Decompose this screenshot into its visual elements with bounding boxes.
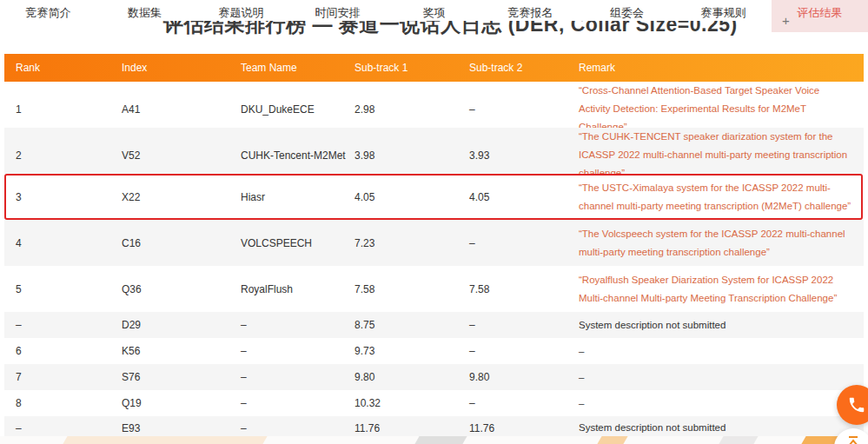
nav-tab-label: 赛题说明 bbox=[193, 5, 289, 21]
table-row: 2V52CUHK-Tencent-M2Met3.983.93“The CUHK-… bbox=[4, 128, 864, 174]
table-row: 4C16VOLCSPEECH7.23–“The Volcspeech syste… bbox=[4, 220, 864, 266]
cell-team: – bbox=[241, 371, 354, 383]
cell-team: CUHK-Tencent-M2Met bbox=[241, 149, 354, 162]
cell-remark: System description not submitted bbox=[579, 419, 864, 437]
cell-team: – bbox=[241, 319, 354, 331]
cell-sub1: 11.76 bbox=[354, 422, 469, 434]
cell-rank: 1 bbox=[16, 103, 122, 116]
nav-tab-label: 赛事规则 bbox=[675, 5, 772, 21]
table-row: –D29–8.75–System description not submitt… bbox=[4, 312, 864, 338]
cell-sub1: 3.98 bbox=[354, 149, 469, 162]
nav-tab-8[interactable]: 赛事规则 bbox=[675, 0, 772, 32]
column-header: Sub-track 1 bbox=[354, 62, 469, 74]
cell-sub1: 4.05 bbox=[354, 191, 469, 203]
column-header: Index bbox=[122, 62, 241, 74]
cell-team: – bbox=[241, 422, 354, 434]
nav-tab-label: 数据集 bbox=[96, 5, 193, 21]
table-header-row: RankIndexTeam NameSub-track 1Sub-track 2… bbox=[4, 54, 864, 82]
cell-sub1: 7.23 bbox=[354, 237, 469, 249]
table-row: 5Q36RoyalFlush7.587.58“Royalflush Speake… bbox=[4, 266, 864, 312]
remark-paper-link[interactable]: “Royalflush Speaker Diarization System f… bbox=[579, 271, 864, 308]
cell-remark: System description not submitted bbox=[579, 316, 864, 335]
cell-rank: 4 bbox=[16, 237, 122, 249]
cell-sub1: 9.80 bbox=[354, 371, 469, 383]
cell-rank: 5 bbox=[16, 283, 122, 295]
cell-team: VOLCSPEECH bbox=[241, 237, 354, 249]
phone-icon bbox=[847, 395, 866, 414]
cell-rank: 2 bbox=[16, 149, 122, 162]
cell-team: Hiasr bbox=[241, 191, 354, 203]
cell-sub2: 11.76 bbox=[469, 422, 579, 434]
cell-index: Q19 bbox=[122, 397, 241, 409]
nav-tab-2[interactable]: 数据集 bbox=[96, 0, 193, 32]
column-header: Remark bbox=[579, 62, 864, 74]
cell-remark: – bbox=[579, 394, 864, 413]
cell-remark: – bbox=[579, 368, 864, 387]
cell-index: E93 bbox=[122, 422, 241, 434]
cell-sub1: 10.32 bbox=[354, 397, 469, 409]
cell-sub1: 2.98 bbox=[354, 103, 469, 116]
table-row: 8Q19–10.32–– bbox=[4, 390, 864, 416]
cell-sub2: 7.58 bbox=[469, 283, 579, 295]
cell-sub2: – bbox=[469, 397, 579, 409]
cell-index: C16 bbox=[122, 237, 241, 249]
cell-rank: 6 bbox=[16, 345, 122, 357]
nav-tab-6[interactable]: 竞赛报名 bbox=[482, 0, 579, 32]
nav-tab-label: 组委会 bbox=[579, 5, 675, 21]
cell-sub2: – bbox=[469, 319, 579, 331]
column-header: Team Name bbox=[241, 62, 354, 74]
remark-paper-link[interactable]: “The Volcspeech system for the ICASSP 20… bbox=[579, 225, 864, 262]
banner-shape bbox=[719, 436, 758, 444]
cell-index: A41 bbox=[122, 103, 241, 116]
cell-rank: 8 bbox=[16, 397, 122, 409]
cell-rank: – bbox=[16, 422, 122, 434]
nav-tab-9[interactable]: 评估结果+ bbox=[772, 0, 868, 32]
cell-sub2: – bbox=[469, 237, 579, 249]
footer-banner-sliver bbox=[0, 436, 868, 444]
page: 评估结果排行榜 — 赛道一说话人日志 (DER, Collar Size=0.2… bbox=[0, 0, 868, 444]
cell-sub1: 7.58 bbox=[354, 283, 469, 295]
cell-sub1: 9.73 bbox=[354, 345, 469, 357]
banner-shape bbox=[414, 436, 467, 444]
table-row: 1A41DKU_DukeECE2.98–“Cross-Channel Atten… bbox=[4, 82, 864, 128]
cell-sub2: 4.05 bbox=[469, 191, 579, 203]
cell-index: K56 bbox=[122, 345, 241, 357]
column-header: Rank bbox=[16, 62, 122, 74]
cell-rank: 3 bbox=[16, 191, 122, 203]
nav-tab-4[interactable]: 时间安排 bbox=[289, 0, 386, 32]
nav-tab-label: 奖项 bbox=[386, 5, 482, 21]
cell-sub2: – bbox=[469, 103, 579, 116]
cell-index: X22 bbox=[122, 191, 241, 203]
cell-index: S76 bbox=[122, 371, 241, 383]
table-row: 6K56–9.73–– bbox=[4, 338, 864, 364]
cell-rank: 7 bbox=[16, 371, 122, 383]
nav-tab-label: 竞赛报名 bbox=[482, 5, 579, 21]
banner-shape bbox=[63, 436, 267, 444]
remark-paper-link[interactable]: “The USTC-Ximalaya system for the ICASSP… bbox=[579, 179, 864, 215]
nav-tab-label: 竞赛简介 bbox=[0, 5, 96, 21]
table-body: 1A41DKU_DukeECE2.98–“Cross-Channel Atten… bbox=[4, 82, 864, 440]
nav-tab-label: 时间安排 bbox=[289, 5, 386, 21]
table-row: 3X22Hiasr4.054.05“The USTC-Ximalaya syst… bbox=[4, 174, 864, 220]
nav-tab-5[interactable]: 奖项 bbox=[386, 0, 482, 32]
nav-tab-7[interactable]: 组委会 bbox=[579, 0, 675, 32]
cell-sub2: 9.80 bbox=[469, 371, 579, 383]
cell-index: V52 bbox=[122, 149, 241, 162]
cell-sub1: 8.75 bbox=[354, 319, 469, 331]
banner-shape bbox=[597, 436, 627, 444]
table-row: 7S76–9.809.80– bbox=[4, 364, 864, 390]
nav-tab-3[interactable]: 赛题说明 bbox=[193, 0, 289, 32]
cell-sub2: – bbox=[469, 345, 579, 357]
add-icon[interactable]: + bbox=[782, 14, 790, 27]
top-navigation: 竞赛简介数据集赛题说明时间安排奖项竞赛报名组委会赛事规则评估结果+ bbox=[0, 0, 868, 32]
cell-index: Q36 bbox=[122, 283, 241, 295]
cell-team: – bbox=[241, 345, 354, 357]
results-table: RankIndexTeam NameSub-track 1Sub-track 2… bbox=[4, 54, 864, 440]
chevron-up-to-top-icon bbox=[846, 435, 860, 444]
cell-sub2: 3.93 bbox=[469, 149, 579, 162]
nav-tab-1[interactable]: 竞赛简介 bbox=[0, 0, 96, 32]
column-header: Sub-track 2 bbox=[469, 62, 579, 74]
cell-index: D29 bbox=[122, 319, 241, 331]
cell-team: – bbox=[241, 397, 354, 409]
cell-remark: – bbox=[579, 342, 864, 361]
